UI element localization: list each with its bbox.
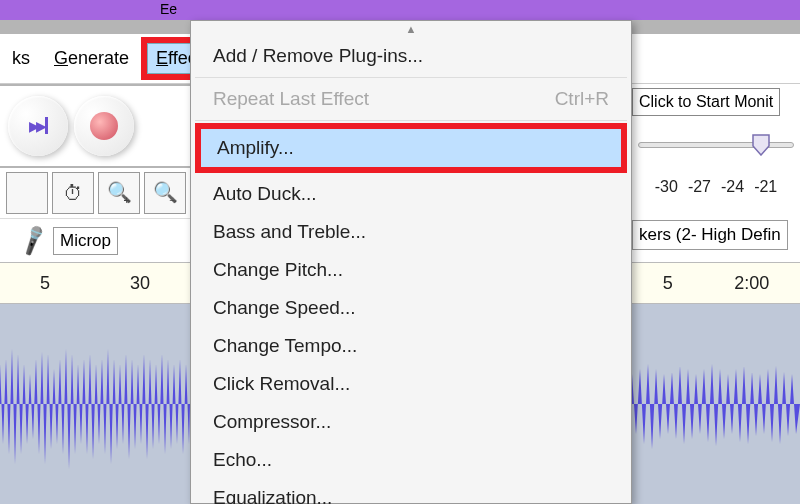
ruler-tick: 30	[130, 273, 150, 294]
menu-item-auto-duck[interactable]: Auto Duck...	[191, 175, 631, 213]
right-panel: Click to Start Monit -30 -27 -24 -21 ker…	[632, 84, 800, 262]
microphone-icon: 🎤	[16, 223, 51, 258]
start-monitoring-button[interactable]: Click to Start Monit	[632, 88, 780, 116]
menu-item-add-remove-plug-ins[interactable]: Add / Remove Plug-ins...	[191, 37, 631, 75]
scale-tick: -27	[688, 178, 711, 196]
volume-slider[interactable]	[638, 142, 794, 148]
record-button[interactable]	[74, 96, 134, 156]
zoom-out-button[interactable]: 🔍−	[144, 172, 186, 214]
slider-thumb-icon[interactable]	[752, 134, 770, 156]
scale-tick: -21	[754, 178, 777, 196]
meter-scale: -30 -27 -24 -21	[632, 178, 800, 196]
scale-tick: -30	[655, 178, 678, 196]
menu-item-change-tempo[interactable]: Change Tempo...	[191, 327, 631, 365]
transport-toolbar	[0, 86, 190, 166]
menu-item-compressor[interactable]: Compressor...	[191, 403, 631, 441]
menu-generate[interactable]: Generate	[46, 44, 137, 73]
menu-item-amplify[interactable]: Amplify...	[201, 129, 621, 167]
waveform-svg	[632, 304, 800, 504]
speaker-device-select[interactable]: kers (2- High Defin	[632, 220, 788, 250]
menu-shortcut: Ctrl+R	[555, 88, 609, 110]
ruler-tick: 5	[40, 273, 50, 294]
menu-item-echo[interactable]: Echo...	[191, 441, 631, 479]
zoom-out-icon: 🔍−	[153, 180, 178, 206]
tools-row: ⏱ 🔍+ 🔍−	[0, 168, 190, 218]
zoom-in-button[interactable]: 🔍+	[98, 172, 140, 214]
tool-empty[interactable]	[6, 172, 48, 214]
menu-item-change-pitch[interactable]: Change Pitch...	[191, 251, 631, 289]
effect-dropdown-menu: ▲ Add / Remove Plug-ins...Repeat Last Ef…	[190, 20, 632, 504]
menu-item-repeat-last-effect: Repeat Last EffectCtrl+R	[191, 80, 631, 118]
window-title: Ee	[160, 1, 177, 17]
timeline-ruler-left[interactable]: 5 30	[0, 262, 190, 304]
tool-timer[interactable]: ⏱	[52, 172, 94, 214]
highlight-box-amplify: Amplify...	[195, 123, 627, 173]
scale-tick: -24	[721, 178, 744, 196]
waveform-track[interactable]	[0, 304, 190, 504]
menu-item-click-removal[interactable]: Click Removal...	[191, 365, 631, 403]
menu-scroll-up-icon[interactable]: ▲	[191, 21, 631, 37]
menu-item-change-speed[interactable]: Change Speed...	[191, 289, 631, 327]
stopwatch-icon: ⏱	[63, 182, 83, 205]
ruler-tick: 2:00	[734, 273, 769, 294]
ruler-tick: 5	[663, 273, 673, 294]
menu-item-equalization[interactable]: Equalization...	[191, 479, 631, 504]
menu-separator	[195, 77, 627, 78]
waveform-svg	[0, 304, 190, 504]
record-icon	[90, 112, 118, 140]
skip-end-button[interactable]	[8, 96, 68, 156]
waveform-track[interactable]	[632, 304, 800, 504]
mic-row: 🎤 Microp	[0, 218, 190, 262]
menu-separator	[195, 120, 627, 121]
mic-device-select[interactable]: Microp	[53, 227, 118, 255]
skip-end-icon	[29, 117, 48, 135]
titlebar	[0, 0, 800, 20]
menu-item-bass-and-treble[interactable]: Bass and Treble...	[191, 213, 631, 251]
zoom-in-icon: 🔍+	[107, 180, 132, 206]
timeline-ruler-right[interactable]: 5 2:00	[632, 262, 800, 304]
menu-tracks[interactable]: ks	[4, 44, 38, 73]
